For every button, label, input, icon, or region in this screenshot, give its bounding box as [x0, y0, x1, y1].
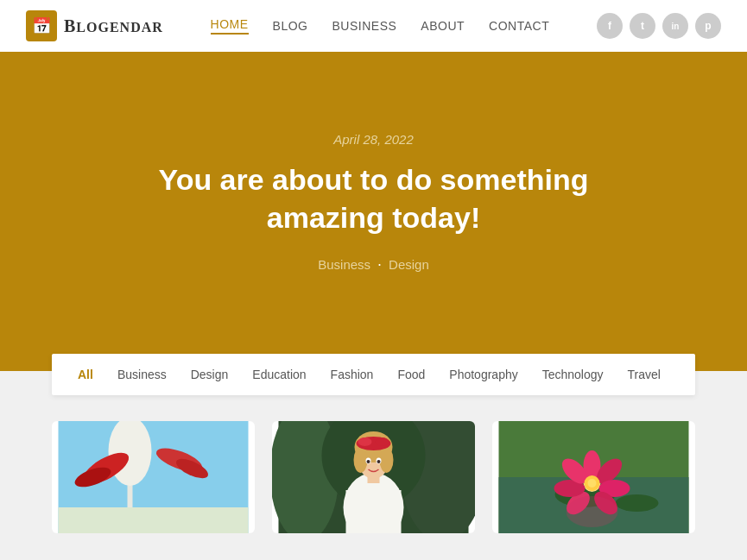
svg-point-40: [567, 496, 618, 527]
card-3-image: [492, 421, 695, 533]
filter-all[interactable]: All: [78, 368, 93, 381]
filter-travel[interactable]: Travel: [628, 368, 661, 381]
card-1[interactable]: [52, 421, 255, 533]
svg-point-17: [354, 447, 368, 473]
logo-icon: 📅: [26, 10, 57, 41]
card-3[interactable]: [492, 421, 695, 533]
svg-point-29: [616, 494, 659, 512]
svg-point-25: [377, 460, 381, 463]
card-2-image: [272, 421, 475, 533]
hero-dot: ·: [377, 255, 382, 274]
filter-design[interactable]: Design: [191, 368, 229, 381]
twitter-icon[interactable]: t: [630, 13, 655, 39]
logo-text: BLOGENDAR: [64, 16, 163, 36]
svg-rect-13: [346, 490, 402, 533]
filter-education[interactable]: Education: [252, 368, 306, 381]
svg-point-21: [376, 437, 389, 446]
filter-technology[interactable]: Technology: [542, 368, 604, 381]
card-2[interactable]: [272, 421, 475, 533]
svg-point-18: [380, 447, 394, 473]
facebook-icon[interactable]: f: [597, 13, 623, 39]
instagram-icon[interactable]: in: [662, 13, 688, 39]
filter-food[interactable]: Food: [397, 368, 425, 381]
filter-business[interactable]: Business: [117, 368, 167, 381]
nav-home[interactable]: HOME: [211, 17, 249, 35]
svg-point-39: [588, 479, 597, 488]
nav-business[interactable]: BUSINESS: [332, 19, 397, 33]
nav-blog[interactable]: BLOG: [273, 19, 308, 33]
content-area: [0, 412, 747, 560]
hero-title: You are about to do something amazing to…: [132, 160, 616, 236]
filter-fashion[interactable]: Fashion: [331, 368, 374, 381]
svg-point-24: [367, 460, 370, 463]
hero-tag-business: Business: [318, 257, 370, 272]
hero-section: April 28, 2022 You are about to do somet…: [0, 52, 747, 371]
svg-point-20: [358, 437, 372, 446]
social-icons: f t in p: [597, 13, 721, 39]
hero-tags: Business · Design: [318, 255, 429, 274]
logo[interactable]: 📅 BLOGENDAR: [26, 10, 163, 41]
hero-tag-design: Design: [389, 257, 429, 272]
main-nav: HOME BLOG BUSINESS ABOUT CONTACT: [211, 17, 550, 35]
cards-grid: [52, 421, 695, 533]
card-1-image: [52, 421, 255, 533]
svg-rect-7: [59, 507, 249, 533]
filter-photography[interactable]: Photography: [449, 368, 517, 381]
header: 📅 BLOGENDAR HOME BLOG BUSINESS ABOUT CON…: [0, 0, 747, 52]
filter-bar: All Business Design Education Fashion Fo…: [52, 354, 695, 395]
nav-about[interactable]: ABOUT: [421, 19, 465, 33]
hero-date: April 28, 2022: [333, 132, 414, 147]
pinterest-icon[interactable]: p: [695, 13, 721, 39]
nav-contact[interactable]: CONTACT: [489, 19, 549, 33]
